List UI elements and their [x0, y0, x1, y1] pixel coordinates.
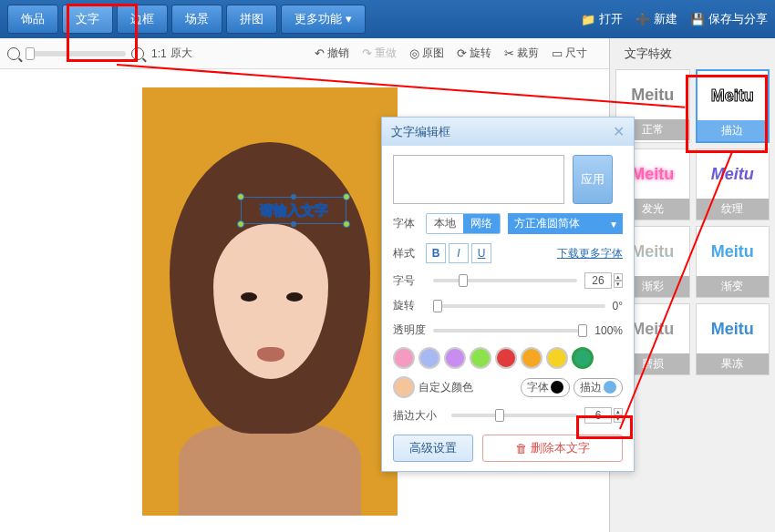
effect-果冻[interactable]: Meitu果冻 [696, 303, 770, 375]
zoom-slider[interactable] [26, 51, 126, 56]
save-icon: 💾 [690, 13, 705, 26]
crop-button[interactable]: ✂裁剪 [504, 46, 539, 61]
underline-button[interactable]: U [471, 243, 491, 263]
effect-渐变[interactable]: Meitu渐变 [696, 226, 770, 298]
stroke-size-value[interactable]: 6 [584, 407, 612, 424]
font-select[interactable]: 方正准圆简体▾ [508, 213, 623, 234]
effects-title: 文字特效 [610, 38, 775, 69]
opacity-label: 透明度 [393, 322, 426, 338]
open-button[interactable]: 📁打开 [581, 11, 623, 27]
color-swatch[interactable] [444, 347, 466, 369]
tab-more[interactable]: 更多功能 ▾ [281, 5, 366, 34]
custom-color-label: 自定义颜色 [418, 380, 473, 395]
effect-label: 渐变 [697, 276, 770, 297]
effect-preview: Meitu [698, 71, 769, 120]
stroke-size-slider[interactable] [451, 414, 577, 417]
undo-button[interactable]: ↶撤销 [315, 46, 349, 61]
top-toolbar: 饰品 文字 边框 场景 拼图 更多功能 ▾ 📁打开 ➕新建 💾保存与分享 [0, 0, 775, 38]
new-button[interactable]: ➕新建 [636, 11, 677, 27]
tab-collage[interactable]: 拼图 [226, 5, 277, 34]
rotate-value: 0° [613, 300, 623, 312]
tab-ornament[interactable]: 饰品 [7, 5, 58, 34]
opacity-value: 100% [594, 324, 623, 337]
stroke-down[interactable]: ▾ [614, 415, 623, 423]
size-value[interactable]: 26 [584, 272, 612, 289]
size-up[interactable]: ▴ [614, 273, 623, 281]
zoom-out-icon[interactable] [7, 47, 20, 60]
dialog-title: 文字编辑框 [391, 124, 450, 140]
color-swatch[interactable] [521, 347, 542, 369]
undo-icon: ↶ [315, 46, 325, 60]
folder-icon: 📁 [581, 13, 595, 26]
stroke-size-label: 描边大小 [393, 408, 444, 424]
effect-preview: Meitu [697, 304, 770, 353]
zoom-ratio: 1:1 [151, 47, 167, 60]
color-swatch[interactable] [470, 347, 491, 369]
rotate-icon: ⟳ [457, 46, 467, 60]
close-icon[interactable]: ✕ [613, 123, 625, 140]
rotate-label: 旋转 [393, 298, 426, 313]
size-down[interactable]: ▾ [614, 281, 623, 288]
custom-color-swatch[interactable] [393, 376, 415, 398]
font-color-pill[interactable]: 字体 [521, 378, 570, 397]
text-edit-dialog: 文字编辑框 ✕ 应用 字体 本地 网络 方正准圆简体▾ 样式 B I U 下载更… [381, 117, 635, 472]
chevron-down-icon: ▾ [611, 218, 616, 230]
font-label: 字体 [393, 216, 426, 231]
apply-button[interactable]: 应用 [573, 155, 613, 204]
size-slider[interactable] [433, 279, 577, 282]
color-swatch[interactable] [572, 347, 594, 369]
text-input[interactable] [393, 155, 564, 204]
color-swatch[interactable] [393, 347, 415, 369]
zoom-in-icon[interactable] [131, 47, 144, 60]
original-button[interactable]: ◎原图 [409, 46, 444, 61]
text-object[interactable]: 请输入文字 [241, 197, 346, 224]
tab-border[interactable]: 边框 [117, 5, 168, 34]
effect-描边[interactable]: Meitu描边 [696, 69, 770, 143]
redo-button[interactable]: ↷重做 [362, 46, 397, 61]
color-swatch[interactable] [418, 347, 440, 369]
stroke-color-pill[interactable]: 描边 [574, 378, 623, 397]
color-swatch[interactable] [495, 347, 517, 369]
font-local[interactable]: 本地 [427, 214, 463, 233]
effect-label: 果冻 [697, 353, 770, 374]
style-label: 样式 [393, 246, 426, 261]
italic-button[interactable]: I [449, 243, 469, 263]
eye-icon: ◎ [409, 46, 419, 60]
effect-纹理[interactable]: Meitu纹理 [696, 148, 770, 220]
crop-icon: ✂ [504, 46, 514, 60]
stroke-up[interactable]: ▴ [614, 408, 623, 415]
font-source-toggle[interactable]: 本地 网络 [426, 213, 501, 234]
download-fonts-link[interactable]: 下载更多字体 [557, 246, 623, 261]
effect-preview: Meitu [697, 149, 770, 199]
text-placeholder: 请输入文字 [260, 202, 328, 220]
rotate-slider[interactable] [433, 304, 605, 308]
effect-preview: Meitu [616, 70, 689, 119]
size-icon: ▭ [552, 46, 563, 60]
tab-text[interactable]: 文字 [62, 5, 113, 34]
effect-label: 纹理 [697, 199, 770, 220]
opacity-slider[interactable] [433, 329, 587, 332]
size-label: 字号 [393, 273, 426, 289]
photo [142, 87, 398, 516]
bold-button[interactable]: B [426, 243, 446, 263]
color-swatch[interactable] [546, 347, 568, 369]
dialog-title-bar[interactable]: 文字编辑框 ✕ [382, 118, 634, 146]
plus-icon: ➕ [636, 13, 650, 26]
effect-preview: Meitu [697, 227, 770, 276]
tab-scene[interactable]: 场景 [171, 5, 222, 34]
delete-text-button[interactable]: 🗑删除本文字 [482, 435, 623, 462]
font-network[interactable]: 网络 [463, 214, 500, 233]
redo-icon: ↷ [362, 46, 372, 60]
zoom-original-label[interactable]: 原大 [170, 46, 192, 61]
effect-label: 描边 [698, 120, 769, 141]
trash-icon: 🗑 [515, 442, 527, 455]
rotate-button[interactable]: ⟳旋转 [457, 46, 491, 61]
advanced-button[interactable]: 高级设置 [393, 435, 473, 462]
save-button[interactable]: 💾保存与分享 [690, 11, 768, 27]
size-button[interactable]: ▭尺寸 [552, 46, 587, 61]
